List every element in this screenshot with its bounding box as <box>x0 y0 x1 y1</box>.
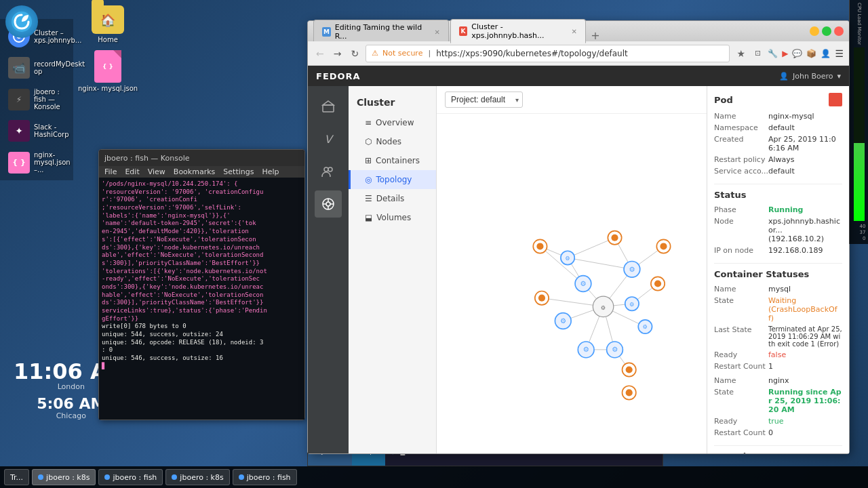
terminal-line: ;'resourceVersion':'97006','selfLink': <box>102 204 302 212</box>
app-item-nginx-json[interactable]: { } nginx- mysql.json –... <box>4 148 69 176</box>
svg-point-42 <box>626 366 633 373</box>
terminal-menu-file[interactable]: File <box>104 167 117 176</box>
terminal-menu-edit[interactable]: Edit <box>125 167 139 176</box>
taskbar-item-fish1[interactable]: jboero : fish <box>98 469 163 485</box>
container-laststate-value: Terminated at Apr 25, 2019 11:06:29 AM w… <box>768 325 842 348</box>
cpu-monitor-label: CPU Load Monitor <box>856 3 862 45</box>
container-nginx-name-field: Name nginx <box>714 376 842 385</box>
container-statuses-section: Container Statuses Name mysql State Wait… <box>714 269 842 437</box>
terminal-menu-view[interactable]: View <box>148 167 165 176</box>
addon-icon-1: 🔧 <box>768 49 778 58</box>
sidebar-topology-icon[interactable] <box>315 190 342 218</box>
container-state-label: State <box>714 296 768 323</box>
taskbar-item-tray[interactable]: Tr... <box>4 469 29 485</box>
nav-icon-overview: ≡ <box>365 118 372 127</box>
reload-button[interactable]: ↻ <box>348 47 361 60</box>
address-bar[interactable]: ⚠ Not secure | https://xps:9090/kubernet… <box>366 45 730 62</box>
project-select-wrapper: Project: default kube-system kube-public… <box>445 92 523 108</box>
taskbar-item-k8s2[interactable]: jboero : k8s <box>165 469 229 485</box>
status-node-field: Node xps.johnnyb.hashicor... (192.168.10… <box>714 217 842 243</box>
container-mysql-restarts-field: Restart Count 1 <box>714 362 842 371</box>
nginx-json-desktop-icon[interactable]: { } nginx- mysql.json <box>78 50 138 92</box>
nav-item-topology[interactable]: ◎ Topology <box>349 170 436 189</box>
sidebar-home-icon[interactable] <box>315 93 342 120</box>
status-ip-value: 192.168.0.189 <box>768 246 842 255</box>
nav-item-nodes[interactable]: ⬡ Nodes <box>349 132 436 151</box>
taskbar-label-k8s: jboero : k8s <box>46 473 90 482</box>
app-item-fish[interactable]: ⚡ jboero : fish — Konsole <box>4 85 69 113</box>
container-restarts-value: 1 <box>768 362 842 371</box>
terminal-title: jboero : fish — Konsole <box>104 154 190 163</box>
terminal-line: -ready','effect':'NoExecute','toleration… <box>102 275 302 283</box>
pod-serviceacct-value: default <box>768 167 842 176</box>
status-node-value: xps.johnnyb.hashicor... (192.168.10.2) <box>768 217 842 243</box>
terminal-line: unique: 544, success, outsize: 24 <box>102 331 302 339</box>
svg-text:⚙: ⚙ <box>629 266 635 273</box>
nav-label-overview: Overview <box>376 118 414 127</box>
taskbar-item-k8s[interactable]: jboero : k8s <box>32 469 96 485</box>
tab-close-editing[interactable]: ✕ <box>435 28 440 36</box>
pod-action-button[interactable] <box>829 93 842 106</box>
nav-item-containers[interactable]: ⊞ Containers <box>349 151 436 170</box>
app-item-slack[interactable]: ✦ Slack - HashiCorp <box>4 117 69 144</box>
terminal-content[interactable]: '/pods/nginx-mysql/10.244.250.174': { 'r… <box>99 178 304 420</box>
sidebar-v-icon[interactable]: V <box>315 125 342 152</box>
browser-window-controls <box>810 26 844 36</box>
pod-section-title: Pod <box>714 93 842 106</box>
home-folder-icon[interactable]: 🏠 Home <box>78 5 138 43</box>
pod-name-label: Name <box>714 112 768 121</box>
nginx-json-icon-label: nginx- mysql.json <box>78 85 138 92</box>
terminal-line: 'labels':{'name':'nginx-mysql'}},{' <box>102 212 302 220</box>
project-select[interactable]: Project: default kube-system kube-public <box>445 92 523 108</box>
user-dropdown-arrow[interactable]: ▾ <box>837 72 841 81</box>
pod-namespace-label: Namespace <box>714 123 768 132</box>
user-avatar: 👤 <box>821 49 831 58</box>
nav-item-volumes[interactable]: ⬓ Volumes <box>349 208 436 227</box>
svg-point-4 <box>324 167 328 171</box>
svg-point-34 <box>611 235 618 241</box>
app-header: FEDORA 👤 John Boero ▾ <box>308 66 849 86</box>
cpu-bar <box>854 47 865 221</box>
terminal-menu-help[interactable]: Help <box>262 167 279 176</box>
terminal-menu-bookmarks[interactable]: Bookmarks <box>174 167 215 176</box>
browser-tab-cluster[interactable]: K Cluster - xps.johnnyb.hash... ✕ <box>450 19 586 43</box>
forward-button[interactable]: → <box>331 47 344 60</box>
app-label-fish: jboero : fish — Konsole <box>34 88 65 110</box>
taskbar-item-fish2[interactable]: jboero : fish <box>233 469 297 485</box>
topology-canvas[interactable]: ⚙ <box>437 114 707 453</box>
nav-item-overview[interactable]: ≡ Overview <box>349 113 436 132</box>
nav-item-details[interactable]: ☰ Details <box>349 189 436 208</box>
svg-rect-3 <box>323 105 334 112</box>
taskbar: Tr... jboero : k8s jboero : fish jboero … <box>0 466 868 488</box>
terminal-menu-settings[interactable]: Settings <box>223 167 254 176</box>
home-icon-label: Home <box>98 36 118 43</box>
addon-icon-4: 📦 <box>806 49 816 58</box>
sidebar-people-icon[interactable] <box>315 158 342 185</box>
hamburger-menu[interactable]: ☰ <box>835 48 844 59</box>
reader-mode[interactable]: ⊡ <box>752 47 764 59</box>
pod-name-field: Name nginx-mysql <box>714 112 842 121</box>
cpu-monitor: CPU Load Monitor 40 37 0 <box>849 0 868 244</box>
browser-minimize[interactable] <box>810 26 819 36</box>
terminal-line: 'tolerations':[{'key':'node.kubernetes.i… <box>102 268 302 276</box>
terminal-line: s':[{'effect':'NoExecute','tolerationSec… <box>102 236 302 244</box>
svg-line-15 <box>568 238 614 258</box>
terminal-line: ds':300},{'key':'node.kubernetes.io/unre… <box>102 244 302 252</box>
container-nginx-ready-field: Ready true <box>714 417 842 426</box>
browser-maximize[interactable] <box>822 26 831 36</box>
tab-close-cluster[interactable]: ✕ <box>572 28 577 35</box>
container-nginx-restarts-label: Restart Count <box>714 428 768 437</box>
back-button[interactable]: ← <box>313 47 327 60</box>
container-nginx-state-label: State <box>714 388 768 414</box>
browser-close[interactable] <box>834 26 844 36</box>
status-section: Status Phase Running Node xps.johnnyb.ha… <box>714 190 842 255</box>
bookmark-star[interactable]: ★ <box>734 47 748 60</box>
svg-point-38 <box>538 295 545 302</box>
app-sidebar: Cluster – xps.johnnyb... 📹 recordMyDeskt… <box>0 19 73 180</box>
app-item-record[interactable]: 📹 recordMyDeskt op <box>4 54 69 81</box>
container-nginx-restarts-field: Restart Count 0 <box>714 428 842 437</box>
fedora-icon[interactable] <box>5 5 38 38</box>
terminal-line: write[0] 678 bytes to 0 <box>102 323 302 331</box>
browser-tab-editing[interactable]: M Editing Taming the wild R... ✕ <box>313 20 449 43</box>
address-url: https://xps:9090/kubernetes#/topology/de… <box>436 49 724 58</box>
